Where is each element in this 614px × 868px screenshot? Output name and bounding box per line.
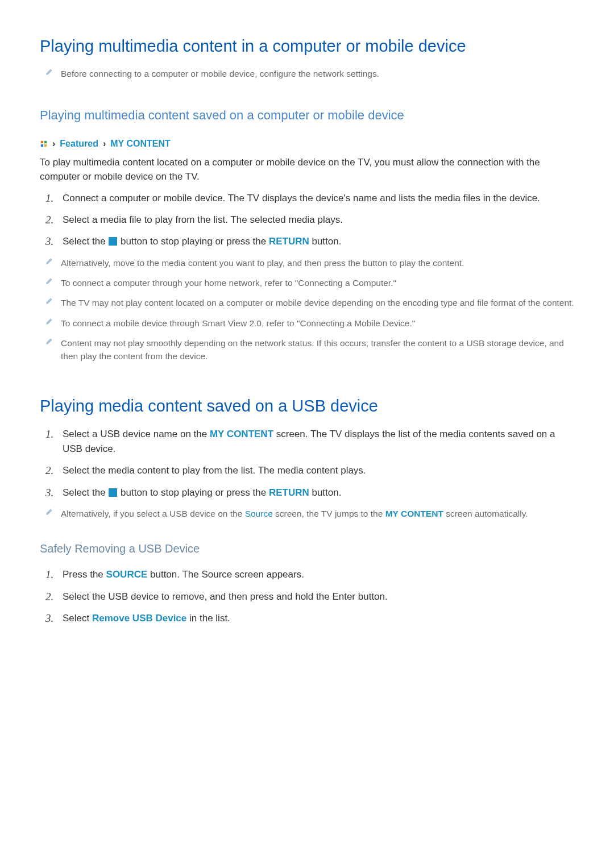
note-text: To connect a mobile device through Smart… xyxy=(61,317,415,330)
note-item: Content may not play smoothly depending … xyxy=(45,337,574,363)
breadcrumb: › Featured › MY CONTENT xyxy=(40,137,574,151)
note-text: Alternatively, if you select a USB devic… xyxy=(61,507,528,520)
step-item: Select the button to stop playing or pre… xyxy=(45,234,574,249)
note-text: Content may not play smoothly depending … xyxy=(61,337,574,363)
step-item: Select the media content to play from th… xyxy=(45,463,574,478)
chevron-icon: › xyxy=(103,137,106,151)
steps-list-2: Select a USB device name on the MY CONTE… xyxy=(45,427,574,500)
source-keyword: SOURCE xyxy=(106,569,148,580)
step-item: Select a USB device name on the MY CONTE… xyxy=(45,427,574,457)
remove-usb-keyword: Remove USB Device xyxy=(92,613,186,624)
note-item: Alternatively, if you select a USB devic… xyxy=(45,507,574,520)
return-keyword: RETURN xyxy=(269,236,309,247)
note-text: Alternatively, move to the media content… xyxy=(61,256,464,269)
step-item: Select Remove USB Device in the list. xyxy=(45,611,574,626)
step-item: Press the SOURCE button. The Source scre… xyxy=(45,567,574,582)
home-icon xyxy=(40,140,48,148)
note-item: To connect a mobile device through Smart… xyxy=(45,317,574,330)
step-item: Select the button to stop playing or pre… xyxy=(45,485,574,500)
note-item: The TV may not play content located on a… xyxy=(45,296,574,309)
note-text: Before connecting to a computer or mobil… xyxy=(61,67,379,80)
pencil-icon xyxy=(45,318,53,327)
return-keyword: RETURN xyxy=(269,487,309,498)
section-title-1: Playing multimedia content in a computer… xyxy=(40,34,574,59)
svg-rect-0 xyxy=(41,141,43,143)
breadcrumb-featured: Featured xyxy=(60,137,98,151)
section-title-2: Playing media content saved on a USB dev… xyxy=(40,394,574,419)
note-item: Alternatively, move to the media content… xyxy=(45,256,574,269)
step-item: Select the USB device to remove, and the… xyxy=(45,589,574,604)
pencil-icon xyxy=(45,338,53,347)
pencil-icon xyxy=(45,258,53,267)
svg-rect-3 xyxy=(44,144,47,147)
svg-rect-2 xyxy=(41,144,43,147)
step-item: Connect a computer or mobile device. The… xyxy=(45,191,574,206)
stop-button-icon xyxy=(109,488,117,497)
intro-paragraph: To play multimedia content located on a … xyxy=(40,155,574,184)
note-intro: Before connecting to a computer or mobil… xyxy=(45,67,574,80)
stop-button-icon xyxy=(109,237,117,246)
mycontent-keyword: MY CONTENT xyxy=(210,429,273,439)
step-item: Select a media file to play from the lis… xyxy=(45,213,574,227)
pencil-icon xyxy=(45,68,53,77)
pencil-icon xyxy=(45,297,53,306)
pencil-icon xyxy=(45,508,53,517)
note-text: The TV may not play content located on a… xyxy=(61,296,574,309)
svg-rect-1 xyxy=(44,141,47,143)
breadcrumb-mycontent: MY CONTENT xyxy=(110,137,170,151)
steps-list-3: Press the SOURCE button. The Source scre… xyxy=(45,567,574,626)
pencil-icon xyxy=(45,277,53,286)
chevron-icon: › xyxy=(52,137,55,151)
source-keyword: Source xyxy=(245,509,273,518)
steps-list-1: Connect a computer or mobile device. The… xyxy=(45,191,574,250)
mycontent-keyword: MY CONTENT xyxy=(385,509,443,518)
note-item: To connect a computer through your home … xyxy=(45,276,574,289)
section-title-3: Safely Removing a USB Device xyxy=(40,540,574,557)
note-text: To connect a computer through your home … xyxy=(61,276,396,289)
section-subtitle-1: Playing multimedia content saved on a co… xyxy=(40,106,574,124)
